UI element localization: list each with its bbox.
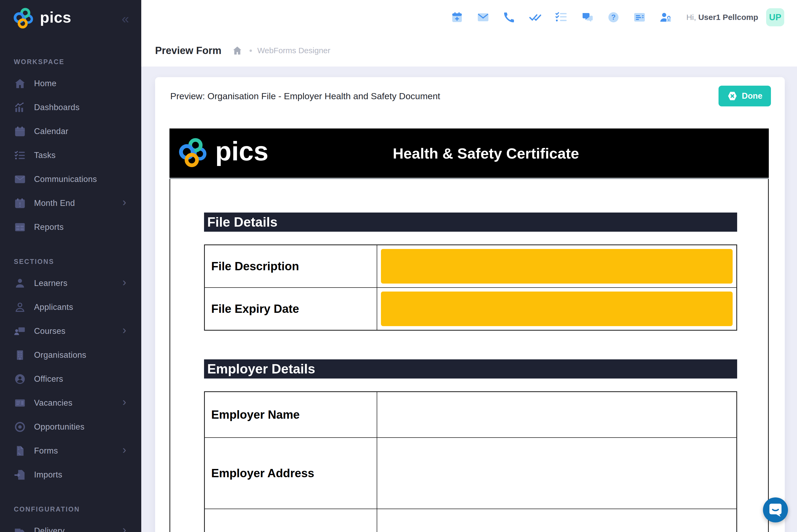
topbar: ? Hi, User1 Pellcomp UP (141, 0, 797, 35)
main-content: Preview: Organisation File - Employer He… (141, 66, 797, 532)
form-field-employer-address[interactable] (377, 438, 737, 509)
app-root: pics « WORKSPACE Home Dashboards Calenda… (0, 0, 797, 532)
preview-card-header: Preview: Organisation File - Employer He… (155, 77, 785, 107)
page-title: Preview Form (155, 45, 221, 56)
imports-icon (14, 469, 26, 481)
sidebar-item-label: Applicants (34, 302, 73, 312)
sidebar-item-label: Reports (34, 222, 63, 232)
greeting-prefix: Hi, (686, 13, 696, 22)
nav-group-label: WORKSPACE (0, 58, 141, 66)
sidebar-item-imports[interactable]: Imports (0, 463, 141, 487)
sidebar-header: pics « (0, 0, 141, 37)
collapse-sidebar-icon[interactable]: « (121, 12, 129, 25)
sidebar-item-delivery[interactable]: Delivery › (0, 519, 141, 532)
breadcrumb-link-webforms-designer[interactable]: WebForms Designer (257, 46, 330, 55)
sidebar-item-calendar[interactable]: Calendar (0, 119, 141, 144)
sidebar-item-dashboards[interactable]: Dashboards (0, 95, 141, 119)
form-document: pics Health & Safety Certificate File De… (169, 129, 769, 532)
form-field-employer-name[interactable] (377, 392, 737, 438)
form-brand: pics (178, 138, 268, 169)
officers-icon (14, 373, 26, 385)
sidebar-item-label: Delivery (34, 526, 65, 532)
form-table-employer-details: Employer Name Employer Address Employer … (204, 391, 737, 532)
form-field-file-expiry-date[interactable] (377, 288, 737, 330)
sidebar-item-label: Opportunities (34, 422, 84, 432)
sidebar-item-tasks[interactable]: Tasks (0, 144, 141, 167)
chevron-right-icon: › (122, 196, 126, 208)
form-section-header-employer-details: Employer Details (204, 359, 737, 379)
chevron-right-icon: › (122, 444, 126, 455)
month-end-icon (14, 197, 26, 209)
sidebar-item-label: Organisations (34, 350, 86, 360)
reports-icon (14, 221, 26, 233)
form-brand-name: pics (215, 139, 268, 167)
sidebar-item-reports[interactable]: Reports (0, 215, 141, 239)
pics-rings-icon (13, 8, 35, 30)
breadcrumb: Preview Form WebForms Designer (141, 35, 797, 66)
breadcrumb-separator-dot (249, 50, 252, 52)
sidebar-item-month-end[interactable]: Month End › (0, 191, 141, 215)
double-check-icon[interactable] (529, 11, 542, 24)
preview-card: Preview: Organisation File - Employer He… (155, 77, 785, 532)
sidebar-item-label: Officers (34, 374, 63, 384)
form-field-employer-phone[interactable] (377, 509, 737, 532)
svg-text:?: ? (611, 13, 616, 21)
sidebar-item-forms[interactable]: Forms › (0, 439, 141, 463)
tasks-icon (14, 149, 26, 162)
brand-name: pics (40, 10, 71, 28)
home-icon[interactable] (232, 45, 243, 56)
sidebar-item-officers[interactable]: Officers (0, 367, 141, 391)
form-row: Employer Phone (205, 509, 737, 532)
checklist-icon[interactable] (555, 11, 568, 24)
form-field-label: File Description (205, 245, 377, 288)
home-icon (14, 77, 26, 90)
form-row: File Expiry Date (205, 288, 737, 330)
form-section-header-file-details: File Details (204, 212, 737, 232)
chat-bubbles-icon[interactable] (581, 11, 594, 24)
pics-rings-icon (178, 138, 209, 169)
calendar-plus-icon[interactable] (451, 11, 463, 24)
form-title: Health & Safety Certificate (393, 145, 579, 162)
highlighted-input[interactable] (381, 291, 733, 326)
help-icon[interactable]: ? (607, 11, 620, 24)
phone-icon[interactable] (503, 11, 515, 24)
sidebar-item-label: Vacancies (34, 398, 72, 408)
chevron-right-icon: › (122, 396, 126, 407)
mail-icon[interactable] (477, 11, 490, 24)
sidebar-item-label: Courses (34, 326, 65, 336)
sidebar-item-label: Dashboards (34, 103, 79, 112)
form-body: File Details File Description File Expir… (169, 179, 769, 532)
form-section-title: File Details (207, 214, 278, 230)
sidebar-item-communications[interactable]: Communications (0, 167, 141, 191)
sidebar-item-organisations[interactable]: Organisations (0, 343, 141, 367)
highlighted-input[interactable] (381, 249, 733, 284)
brand-logo[interactable]: pics (13, 8, 71, 30)
chat-launcher-button[interactable] (763, 497, 788, 522)
chevron-right-icon: › (122, 324, 126, 336)
sidebar-item-label: Communications (34, 174, 97, 184)
sidebar-item-applicants[interactable]: Applicants (0, 295, 141, 319)
sidebar-item-opportunities[interactable]: Opportunities (0, 415, 141, 439)
sidebar-item-home[interactable]: Home (0, 72, 141, 95)
sidebar-item-vacancies[interactable]: Vacancies › (0, 391, 141, 415)
nav-group-workspace: WORKSPACE Home Dashboards Calendar Tasks… (0, 58, 141, 239)
opportunities-icon (14, 421, 26, 433)
sidebar-item-label: Learners (34, 279, 68, 288)
avatar[interactable]: UP (766, 8, 784, 26)
sidebar-item-label: Home (34, 79, 56, 88)
nav-group-sections: SECTIONS Learners › Applicants Courses ›… (0, 258, 141, 487)
topbar-icon-row: ? (451, 11, 672, 24)
form-field-file-description[interactable] (377, 245, 737, 288)
user-name: User1 Pellcomp (698, 13, 758, 22)
form-row: Employer Address (205, 438, 737, 509)
sidebar: pics « WORKSPACE Home Dashboards Calenda… (0, 0, 141, 532)
sidebar-item-courses[interactable]: Courses › (0, 319, 141, 343)
sidebar-nav: WORKSPACE Home Dashboards Calendar Tasks… (0, 58, 141, 532)
done-button[interactable]: Done (719, 86, 771, 107)
form-field-label: Employer Address (205, 438, 377, 509)
sidebar-item-learners[interactable]: Learners › (0, 271, 141, 295)
applicants-icon (14, 301, 26, 314)
id-card-icon[interactable] (633, 11, 646, 24)
user-lock-icon[interactable] (659, 11, 672, 24)
delivery-icon (14, 525, 26, 532)
